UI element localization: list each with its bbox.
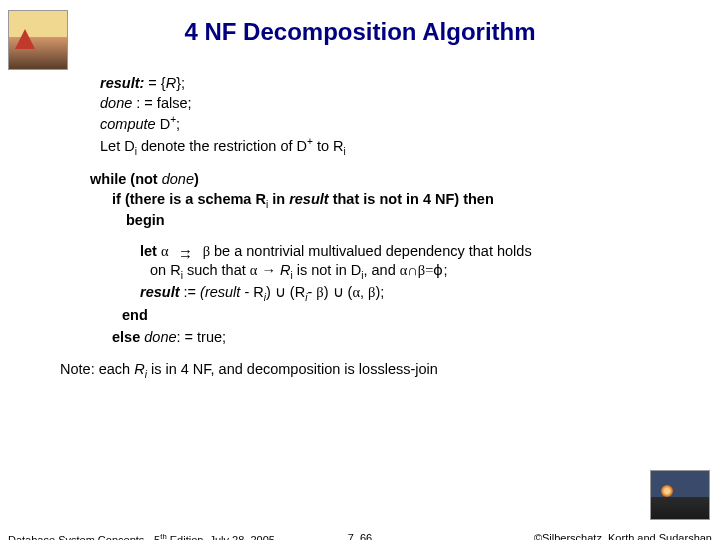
txt: R	[134, 361, 144, 377]
slide-title: 4 NF Decomposition Algorithm	[0, 0, 720, 46]
kw-else: else	[112, 329, 144, 345]
txt: D	[160, 116, 170, 132]
logo-top-sailboat	[8, 10, 68, 70]
txt: (R	[286, 284, 305, 300]
line-end: end	[122, 306, 720, 326]
sym-alpha: α	[161, 243, 169, 259]
kw-done: done	[162, 171, 194, 187]
txt: ,	[360, 284, 368, 300]
txt: , and	[363, 262, 399, 278]
txt: )	[194, 171, 199, 187]
txt: (result	[200, 284, 244, 300]
algorithm-body: result: = {R}; done : = false; compute D…	[0, 74, 720, 381]
init-block: result: = {R}; done : = false; compute D…	[100, 74, 720, 158]
kw-while: while	[90, 171, 130, 187]
txt: = {	[148, 75, 165, 91]
txt: denote the restriction of D	[137, 137, 307, 153]
txt: Note: each	[60, 361, 134, 377]
txt: : = true;	[177, 329, 227, 345]
txt: R	[166, 75, 176, 91]
kw-then: then	[463, 191, 494, 207]
sym-beta: β	[316, 284, 323, 300]
txt: R	[276, 262, 291, 278]
sym-cup: ∪	[333, 284, 344, 300]
line-result-init: result: = {R};	[100, 74, 720, 94]
logo-bottom-sunset	[650, 470, 710, 520]
kw-end: end	[122, 307, 148, 323]
txt: (there is a schema	[125, 191, 256, 207]
sym-alpha: α	[352, 284, 360, 300]
txt: )	[324, 284, 333, 300]
line-let-di: Let Di denote the restriction of D+ to R…	[100, 135, 720, 158]
sub-i: i	[344, 145, 346, 156]
line-compute: compute D+;	[100, 113, 720, 134]
twohead-arrow-icon	[173, 241, 199, 262]
txt: that is not in 4 NF)	[329, 191, 464, 207]
kw-begin: begin	[126, 212, 165, 228]
txt: be a nontrivial multivalued dependency t…	[210, 243, 532, 259]
kw-done: done	[144, 329, 176, 345]
kw-result: result	[140, 284, 180, 300]
kw-compute: compute	[100, 116, 160, 132]
while-block: while (not done) if (there is a schema R…	[90, 170, 720, 231]
line-if: if (there is a schema Ri in result that …	[112, 190, 720, 212]
txt: to R	[313, 137, 344, 153]
txt: };	[176, 75, 185, 91]
sym-cap: ∩	[407, 262, 417, 278]
txt: :=	[180, 284, 201, 300]
sym-arrow: →	[261, 262, 276, 278]
txt: -	[307, 284, 316, 300]
kw-let: let	[140, 243, 161, 259]
kw-result: result	[289, 191, 329, 207]
kw-result: result:	[100, 75, 148, 91]
sym-beta: β	[203, 243, 210, 259]
txt: : = false;	[136, 95, 191, 111]
line-let-mvd: let α β be a nontrivial multivalued depe…	[140, 241, 720, 262]
txt: ;	[443, 262, 447, 278]
sym-alpha: α	[250, 262, 258, 278]
txt: is not in D	[293, 262, 362, 278]
line-else: else done: = true;	[112, 328, 720, 348]
txt: - R	[244, 284, 263, 300]
line-result-assign: result := (result - Ri) ∪ (Ri- β) ∪ (α, …	[140, 283, 720, 305]
line-on: on Ri such that α → Ri is not in Di, and…	[150, 261, 720, 283]
note-line: Note: each Ri is in 4 NF, and decomposit…	[60, 360, 720, 382]
txt: on	[150, 262, 170, 278]
sym-cup: ∪	[275, 284, 286, 300]
line-done-init: done : = false;	[100, 94, 720, 114]
sym-phi: ϕ	[433, 262, 443, 278]
txt: Let D	[100, 137, 135, 153]
txt: )	[266, 284, 275, 300]
inner-block: let α β be a nontrivial multivalued depe…	[140, 241, 720, 305]
txt: ;	[176, 116, 180, 132]
txt: );	[375, 284, 384, 300]
line-begin: begin	[126, 211, 720, 231]
footer-right: ©Silberschatz, Korth and Sudarshan	[534, 532, 712, 540]
txt: is in 4 NF, and decomposition is lossles…	[147, 361, 438, 377]
txt: (not	[130, 171, 161, 187]
kw-if: if	[112, 191, 125, 207]
kw-done: done	[100, 95, 136, 111]
txt: R	[255, 191, 265, 207]
txt: in	[268, 191, 289, 207]
line-while: while (not done)	[90, 170, 720, 190]
